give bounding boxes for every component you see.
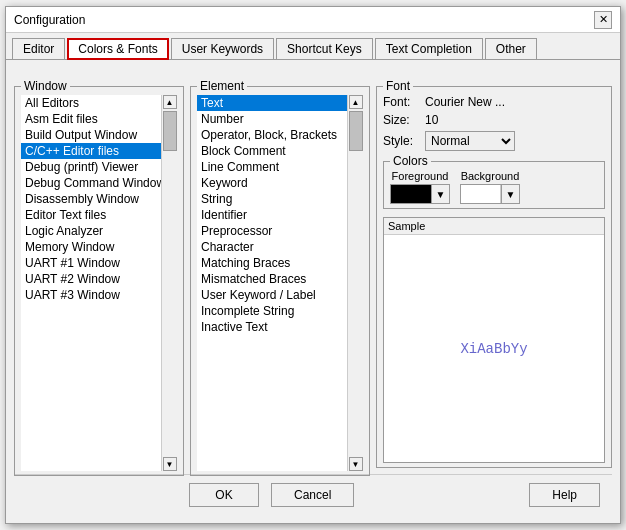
colors-section-label: Colors [390, 154, 431, 168]
element-list-item[interactable]: Operator, Block, Brackets [197, 127, 347, 143]
foreground-col: Foreground ▼ [390, 170, 450, 204]
window-list[interactable]: All EditorsAsm Edit filesBuild Output Wi… [21, 95, 161, 471]
font-name-value: Courier New ... [425, 95, 505, 109]
element-list-item[interactable]: User Keyword / Label [197, 287, 347, 303]
window-list-item[interactable]: Disassembly Window [21, 191, 161, 207]
scroll-thumb[interactable] [163, 111, 177, 151]
element-list-item[interactable]: Inactive Text [197, 319, 347, 335]
tab-editor[interactable]: Editor [12, 38, 65, 60]
sample-text: XiAaBbYy [384, 235, 604, 462]
bottom-buttons: OKCancel Help [14, 474, 612, 515]
background-dropdown-btn[interactable]: ▼ [501, 185, 519, 203]
foreground-dropdown-btn[interactable]: ▼ [431, 185, 449, 203]
element-list-item[interactable]: Character [197, 239, 347, 255]
scroll-up-arrow[interactable]: ▲ [163, 95, 177, 109]
colors-row: Foreground ▼ Background ▼ [390, 170, 598, 204]
dialog-title: Configuration [14, 13, 85, 27]
element-list-item[interactable]: Keyword [197, 175, 347, 191]
element-list-item[interactable]: Number [197, 111, 347, 127]
element-list-item[interactable]: Matching Braces [197, 255, 347, 271]
font-style-row: Style: Normal Bold Italic Bold Italic [383, 131, 605, 151]
font-name-row: Font: Courier New ... [383, 95, 605, 109]
window-list-item[interactable]: UART #3 Window [21, 287, 161, 303]
element-list-item[interactable]: Mismatched Braces [197, 271, 347, 287]
element-list-item[interactable]: Line Comment [197, 159, 347, 175]
font-name-label: Font: [383, 95, 419, 109]
font-size-label: Size: [383, 113, 419, 127]
element-scroll-up[interactable]: ▲ [349, 95, 363, 109]
element-list-item[interactable]: Incomplete String [197, 303, 347, 319]
background-label: Background [461, 170, 520, 182]
element-list-item[interactable]: Identifier [197, 207, 347, 223]
window-list-item[interactable]: UART #1 Window [21, 255, 161, 271]
element-scrollbar[interactable]: ▲ ▼ [347, 95, 363, 471]
font-panel-label: Font [383, 79, 413, 93]
font-size-value: 10 [425, 113, 438, 127]
window-list-item[interactable]: C/C++ Editor files [21, 143, 161, 159]
window-list-item[interactable]: Logic Analyzer [21, 223, 161, 239]
window-list-item[interactable]: Memory Window [21, 239, 161, 255]
help-button[interactable]: Help [529, 483, 600, 507]
tab-colors-fonts[interactable]: Colors & Fonts [67, 38, 168, 60]
background-color-wrapper: ▼ [460, 184, 520, 204]
sample-label: Sample [384, 218, 604, 235]
element-list[interactable]: TextNumberOperator, Block, BracketsBlock… [197, 95, 347, 471]
close-button[interactable]: ✕ [594, 11, 612, 29]
font-style-label: Style: [383, 134, 419, 148]
font-panel-group: Font Font: Courier New ... Size: 10 Styl… [376, 78, 612, 468]
ok-button[interactable]: OK [189, 483, 259, 507]
colors-section: Colors Foreground ▼ Background [383, 161, 605, 209]
title-bar: Configuration ✕ [6, 7, 620, 33]
window-list-item[interactable]: Editor Text files [21, 207, 161, 223]
foreground-color-wrapper: ▼ [390, 184, 450, 204]
main-content: Window All EditorsAsm Edit filesBuild Ou… [6, 60, 620, 523]
element-list-item[interactable]: Text [197, 95, 347, 111]
element-panel-label: Element [197, 79, 247, 93]
scroll-down-arrow[interactable]: ▼ [163, 457, 177, 471]
tab-shortcut-keys[interactable]: Shortcut Keys [276, 38, 373, 60]
window-list-item[interactable]: Build Output Window [21, 127, 161, 143]
configuration-dialog: Configuration ✕ Editor Colors & Fonts Us… [5, 6, 621, 524]
panels-row: Window All EditorsAsm Edit filesBuild Ou… [14, 68, 612, 468]
element-scroll-thumb[interactable] [349, 111, 363, 151]
font-style-select[interactable]: Normal Bold Italic Bold Italic [425, 131, 515, 151]
sample-section: Sample XiAaBbYy [383, 217, 605, 463]
tab-other[interactable]: Other [485, 38, 537, 60]
window-panel-group: Window All EditorsAsm Edit filesBuild Ou… [14, 78, 184, 468]
foreground-color-box [391, 185, 431, 203]
cancel-button[interactable]: Cancel [271, 483, 354, 507]
foreground-label: Foreground [392, 170, 449, 182]
element-list-item[interactable]: String [197, 191, 347, 207]
window-list-item[interactable]: Debug (printf) Viewer [21, 159, 161, 175]
window-list-container: All EditorsAsm Edit filesBuild Output Wi… [21, 95, 177, 471]
window-list-item[interactable]: All Editors [21, 95, 161, 111]
window-list-item[interactable]: Debug Command Window [21, 175, 161, 191]
element-list-item[interactable]: Preprocessor [197, 223, 347, 239]
element-list-item[interactable]: Block Comment [197, 143, 347, 159]
window-scrollbar[interactable]: ▲ ▼ [161, 95, 177, 471]
element-panel-group: Element TextNumberOperator, Block, Brack… [190, 78, 370, 468]
element-list-container: TextNumberOperator, Block, BracketsBlock… [197, 95, 363, 471]
element-scroll-down[interactable]: ▼ [349, 457, 363, 471]
tab-text-completion[interactable]: Text Completion [375, 38, 483, 60]
tab-bar: Editor Colors & Fonts User Keywords Shor… [6, 33, 620, 60]
window-panel-label: Window [21, 79, 70, 93]
window-list-item[interactable]: UART #2 Window [21, 271, 161, 287]
window-list-item[interactable]: Asm Edit files [21, 111, 161, 127]
background-color-box [461, 185, 501, 203]
background-col: Background ▼ [460, 170, 520, 204]
tab-user-keywords[interactable]: User Keywords [171, 38, 274, 60]
font-size-row: Size: 10 [383, 113, 605, 127]
